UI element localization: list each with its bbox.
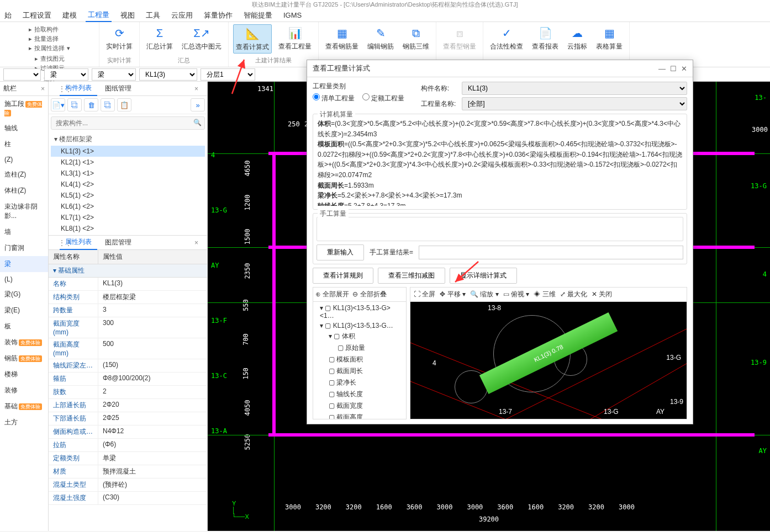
copy-icon[interactable]: ⿻: [67, 98, 82, 111]
nav-item[interactable]: 柱: [0, 136, 48, 152]
close-icon[interactable]: ✕: [681, 65, 687, 73]
nav-item[interactable]: 体柱(Z): [0, 183, 48, 199]
pick-element[interactable]: ▸ 拾取构件: [29, 25, 70, 34]
result-tree-item[interactable]: ▢ 轴线长度: [315, 389, 404, 400]
sel-member[interactable]: KL1(3): [139, 68, 197, 81]
tree-item[interactable]: KL3(1) <1>: [51, 168, 205, 179]
sel-beam1[interactable]: 梁: [44, 68, 88, 81]
fullscreen-button[interactable]: ⛶ 全屏: [414, 290, 435, 299]
expand-all[interactable]: ⊕ 全部展开: [315, 290, 349, 299]
prop-row[interactable]: 混凝土类型(预拌砼): [49, 478, 207, 492]
tab-model[interactable]: 建模: [60, 9, 79, 22]
result-tree-item[interactable]: ▢ 截面高度: [315, 412, 404, 419]
close-view-button[interactable]: ✕ 关闭: [592, 290, 612, 299]
view-report-button[interactable]: 📄查看报表: [530, 24, 561, 52]
show-detail-button[interactable]: 显示详细计算式: [450, 268, 517, 284]
more-icon[interactable]: »: [191, 98, 205, 111]
maximize-icon[interactable]: ☐: [670, 65, 677, 73]
nav-item[interactable]: 钢筋免费体验: [0, 350, 48, 366]
batch-select[interactable]: ▸ 批量选择: [29, 35, 70, 43]
result-tree-item[interactable]: ▢ 截面宽度: [315, 400, 404, 412]
eng-name-select[interactable]: [全部]: [462, 97, 687, 110]
summary-selected-button[interactable]: Σ↗汇总选中图元: [180, 24, 224, 52]
radio-list[interactable]: 清单工程量: [313, 94, 355, 102]
search-input[interactable]: [51, 116, 205, 130]
rebar-3d-button[interactable]: ⧉钢筋三维: [400, 24, 431, 52]
result-tree-item[interactable]: ▾ ▢ KL1(3)<13-5,13-G><1…: [315, 303, 404, 321]
tab-layer-mgmt[interactable]: 图层管理: [99, 236, 137, 249]
tab-collab[interactable]: 算量协作: [202, 9, 235, 22]
panel-close-icon[interactable]: ×: [189, 83, 204, 95]
prop-row[interactable]: 截面高度(mm)500: [49, 338, 207, 359]
prop-row[interactable]: 混凝土强度(C30): [49, 492, 207, 505]
find-element[interactable]: ▸ 查找图元: [35, 55, 65, 63]
pan-button[interactable]: ✥ 平移 ▾: [440, 290, 466, 299]
view-rebar-qty-button[interactable]: ▦查看钢筋量: [323, 24, 361, 52]
search-icon[interactable]: 🔍: [193, 119, 202, 126]
tab-igms[interactable]: IGMS: [281, 10, 304, 20]
manual-result-input[interactable]: [419, 246, 683, 259]
manual-input[interactable]: [317, 217, 683, 241]
tree-item[interactable]: KL4(1) <2>: [51, 179, 205, 190]
tree-item[interactable]: KL2(1) <1>: [51, 157, 205, 168]
result-tree-item[interactable]: ▾ ▢ KL1(3)<13-5,13-G…: [315, 321, 404, 331]
3d-button[interactable]: ◈ 三维: [534, 290, 555, 299]
summary-calc-button[interactable]: Σ汇总计算: [144, 24, 175, 52]
collapse-all[interactable]: ⊖ 全部折叠: [352, 290, 386, 299]
nav-item[interactable]: 轴线: [0, 120, 48, 136]
tab-quantity[interactable]: 工程量: [86, 9, 112, 22]
view-rule-button[interactable]: 查看计算规则: [313, 268, 373, 284]
prop-row[interactable]: 侧面构造或…N4Φ12: [49, 425, 207, 439]
attr-select[interactable]: ▸ 按属性选择 ▾: [29, 44, 70, 52]
nav-item[interactable]: 土方: [0, 414, 48, 430]
tab-start[interactable]: 始: [2, 9, 14, 22]
copy2-icon[interactable]: ⿻: [101, 98, 115, 111]
result-tree-item[interactable]: ▢ 梁净长: [315, 377, 404, 389]
nav-item[interactable]: 板: [0, 318, 48, 334]
nav-item[interactable]: 造柱(Z): [0, 167, 48, 183]
nav-item[interactable]: 装饰免费体验: [0, 334, 48, 350]
tab-view[interactable]: 视图: [118, 9, 137, 22]
cloud-index-button[interactable]: ☁云指标: [565, 24, 589, 52]
edit-rebar-button[interactable]: ✎编辑钢筋: [365, 24, 396, 52]
tree-item[interactable]: KL7(1) <2>: [51, 212, 205, 223]
nav-item[interactable]: 梁(E): [0, 302, 48, 318]
radio-quota[interactable]: 定额工程量: [362, 94, 404, 102]
nav-item[interactable]: 装修: [0, 382, 48, 398]
props-close-icon[interactable]: ×: [189, 237, 204, 249]
result-tree-item[interactable]: ▢ 模板面积: [315, 354, 404, 365]
tree-item[interactable]: KL6(1) <2>: [51, 201, 205, 212]
prop-row[interactable]: 肢数2: [49, 386, 207, 399]
tree-item[interactable]: KL5(1) <2>: [51, 190, 205, 201]
result-tree-item[interactable]: ▢ 截面周长: [315, 365, 404, 377]
result-tree-item[interactable]: ▢ 原始量: [315, 342, 404, 354]
top-view-button[interactable]: ▭ 俯视 ▾: [503, 290, 530, 299]
prop-row[interactable]: 结构类别楼层框架梁: [49, 291, 207, 304]
nav-item[interactable]: (Z): [0, 152, 48, 167]
beam-element[interactable]: [272, 152, 276, 437]
prop-row[interactable]: 跨数量3: [49, 304, 207, 317]
paste-icon[interactable]: 📋: [117, 98, 131, 111]
prop-row[interactable]: 上部通长筋2Φ20: [49, 399, 207, 412]
table-calc-button[interactable]: ▦表格算量: [594, 24, 625, 52]
nav-close-icon[interactable]: ×: [41, 85, 45, 93]
minimize-icon[interactable]: —: [658, 65, 666, 73]
sel-layer[interactable]: 分层1: [201, 68, 255, 81]
view-formula-button[interactable]: 📐查看计算式: [233, 24, 272, 54]
nav-item[interactable]: 梁(G): [0, 286, 48, 302]
nav-item[interactable]: 梁: [0, 256, 48, 272]
nav-item[interactable]: 施工段免费体验: [0, 96, 48, 120]
view-3d-deduct-button[interactable]: 查看三维扣减图: [378, 268, 445, 284]
nav-item[interactable]: 基础免费体验: [0, 398, 48, 414]
sel-blank[interactable]: [3, 68, 41, 81]
view-quantity-button[interactable]: 📊查看工程量: [276, 24, 314, 52]
tab-cloud[interactable]: 云应用: [169, 9, 195, 22]
beam-element[interactable]: [268, 433, 755, 437]
tree-item[interactable]: KL8(1) <2>: [51, 223, 205, 234]
nav-item[interactable]: 墙: [0, 224, 48, 240]
validity-check-button[interactable]: ✓合法性检查: [488, 24, 525, 52]
tab-tools[interactable]: 工具: [144, 9, 162, 22]
tab-smart[interactable]: 智能提量: [241, 9, 275, 22]
result-tree-item[interactable]: ▾ ▢ 体积: [315, 331, 404, 342]
drag-handle-icon[interactable]: ⋮⋮: [53, 83, 77, 95]
